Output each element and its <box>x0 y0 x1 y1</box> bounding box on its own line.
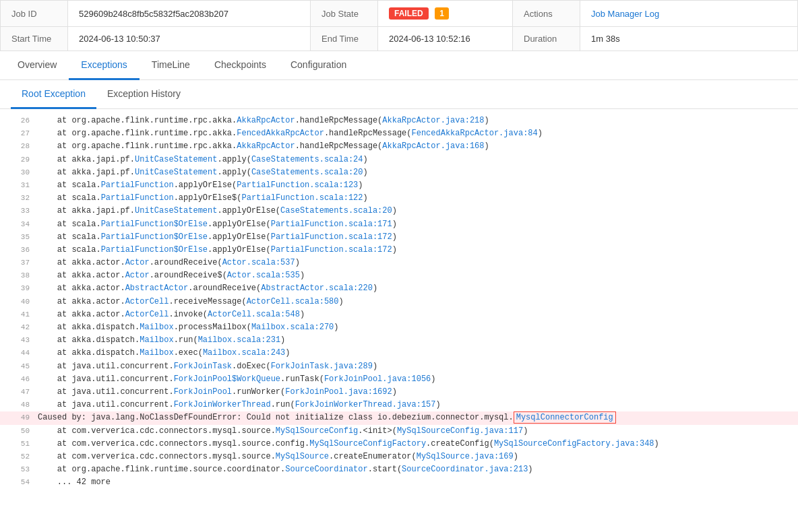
end-time-value: 2024-06-13 10:52:16 <box>378 27 513 51</box>
stack-line-30: 30 at akka.japi.pf.UnitCaseStatement.app… <box>0 166 798 179</box>
tab-overview[interactable]: Overview <box>5 51 69 80</box>
stack-line-45: 45 at java.util.concurrent.ForkJoinTask.… <box>0 360 798 373</box>
stack-line-37: 37 at akka.actor.Actor.aroundReceive(Act… <box>0 257 798 269</box>
stack-line-34: 34 at scala.PartialFunction$OrElse.apply… <box>0 218 798 231</box>
stack-line-27: 27 at org.apache.flink.runtime.rpc.akka.… <box>0 127 798 140</box>
stack-trace-area[interactable]: 26 at org.apache.flink.runtime.rpc.akka.… <box>0 109 798 486</box>
sub-tab-root-exception[interactable]: Root Exception <box>11 80 96 109</box>
stack-line-43: 43 at akka.dispatch.Mailbox.run(Mailbox.… <box>0 334 798 347</box>
stack-line-46: 46 at java.util.concurrent.ForkJoinPool$… <box>0 373 798 386</box>
stack-line-52: 52 at com.ververica.cdc.connectors.mysql… <box>0 451 798 463</box>
stack-line-51: 51 at com.ververica.cdc.connectors.mysql… <box>0 438 798 451</box>
stack-line-32: 32 at scala.PartialFunction.applyOrElse$… <box>0 192 798 205</box>
actions-label: Actions <box>513 1 580 27</box>
job-state-label: Job State <box>311 1 378 27</box>
end-time-label: End Time <box>311 27 378 51</box>
job-id-value: 529609b248c8fb5c5832f5ac2083b207 <box>68 1 311 27</box>
stack-line-36: 36 at scala.PartialFunction$OrElse.apply… <box>0 244 798 257</box>
tab-configuration[interactable]: Configuration <box>278 51 359 80</box>
sub-tabs: Root Exception Exception History <box>0 80 798 109</box>
stack-trace: 26 at org.apache.flink.runtime.rpc.akka.… <box>0 109 798 486</box>
stack-line-53: 53 at org.apache.flink.runtime.source.co… <box>0 463 798 476</box>
tab-exceptions[interactable]: Exceptions <box>69 51 139 80</box>
job-id-label: Job ID <box>1 1 68 27</box>
sub-tab-exception-history[interactable]: Exception History <box>96 80 191 109</box>
main-nav: Overview Exceptions TimeLine Checkpoints… <box>0 51 798 80</box>
failed-badge: FAILED <box>389 7 429 20</box>
job-manager-log-link[interactable]: Job Manager Log <box>591 9 659 19</box>
caused-by-line: 49 Caused by: java.lang.NoClassDefFoundE… <box>0 411 798 424</box>
duration-label: Duration <box>513 27 580 51</box>
stack-line-31: 31 at scala.PartialFunction.applyOrElse(… <box>0 179 798 192</box>
start-time-value: 2024-06-13 10:50:37 <box>68 27 311 51</box>
header-table: Job ID 529609b248c8fb5c5832f5ac2083b207 … <box>0 0 798 51</box>
stack-line-38: 38 at akka.actor.Actor.aroundReceive$(Ac… <box>0 269 798 282</box>
stack-line-50: 50 at com.ververica.cdc.connectors.mysql… <box>0 425 798 438</box>
stack-line-39: 39 at akka.actor.AbstractActor.aroundRec… <box>0 282 798 295</box>
stack-line-26: 26 at org.apache.flink.runtime.rpc.akka.… <box>0 114 798 127</box>
stack-line-40: 40 at akka.actor.ActorCell.receiveMessag… <box>0 296 798 308</box>
job-state-value: FAILED 1 <box>378 1 513 27</box>
stack-line-41: 41 at akka.actor.ActorCell.invoke(ActorC… <box>0 308 798 321</box>
stack-line-44: 44 at akka.dispatch.Mailbox.exec(Mailbox… <box>0 347 798 360</box>
stack-line-35: 35 at scala.PartialFunction$OrElse.apply… <box>0 231 798 244</box>
stack-line-28: 28 at org.apache.flink.runtime.rpc.akka.… <box>0 140 798 153</box>
stack-line-29: 29 at akka.japi.pf.UnitCaseStatement.app… <box>0 154 798 166</box>
stack-line-54: 54 ... 42 more <box>0 476 798 486</box>
stack-line-47: 47 at java.util.concurrent.ForkJoinPool.… <box>0 386 798 399</box>
duration-value: 1m 38s <box>580 27 798 51</box>
stack-line-33: 33 at akka.japi.pf.UnitCaseStatement.app… <box>0 205 798 218</box>
tab-timeline[interactable]: TimeLine <box>140 51 202 80</box>
actions-value[interactable]: Job Manager Log <box>580 1 798 27</box>
stack-line-42: 42 at akka.dispatch.Mailbox.processMailb… <box>0 321 798 334</box>
tab-checkpoints[interactable]: Checkpoints <box>202 51 278 80</box>
start-time-label: Start Time <box>1 27 68 51</box>
stack-line-48: 48 at java.util.concurrent.ForkJoinWorke… <box>0 399 798 411</box>
error-count-badge: 1 <box>435 7 449 20</box>
